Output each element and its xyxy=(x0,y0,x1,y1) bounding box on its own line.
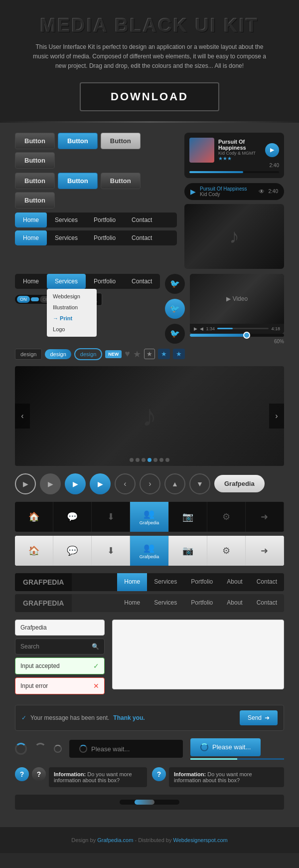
btn-dark-3[interactable]: Button xyxy=(15,173,55,189)
tab-camera-dark[interactable]: 📷 xyxy=(169,502,207,532)
slider-thumb[interactable] xyxy=(243,332,250,339)
twitter-btn-2[interactable]: 🐦 xyxy=(165,299,185,319)
tab-share-dark[interactable]: ➜ xyxy=(246,502,284,532)
loading-btn-blue[interactable]: Please wait... xyxy=(190,738,261,756)
tag-design-3[interactable]: design xyxy=(74,348,102,360)
prev-btn[interactable]: ‹ xyxy=(115,473,136,494)
form-input-accepted[interactable]: Input accepted ✓ xyxy=(15,657,105,674)
nav-contact-2[interactable]: Contact xyxy=(124,230,160,245)
dot-7[interactable] xyxy=(165,458,169,462)
slideshow-dots xyxy=(130,458,169,462)
form-input-search[interactable]: Search 🔍 xyxy=(15,639,105,654)
nav-home-2[interactable]: Home xyxy=(15,230,47,245)
star-icon-4[interactable]: ★ xyxy=(158,349,170,359)
star-icon-5[interactable]: ★ xyxy=(173,349,185,359)
nav-logo-contact-1[interactable]: Contact xyxy=(250,573,284,591)
nav-contact-1[interactable]: Contact xyxy=(124,213,160,227)
nav-services-3[interactable]: Services Webdesign Illustration → Print … xyxy=(47,274,86,289)
video-play-btn[interactable]: ▶ xyxy=(194,326,197,331)
dot-3[interactable] xyxy=(142,458,146,462)
nav-contact-3[interactable]: Contact xyxy=(124,274,160,289)
footer-distributor-link[interactable]: Webdesignerspot.com xyxy=(173,837,227,843)
form-input-error[interactable]: Input error ✕ xyxy=(15,677,105,694)
nav-logo-services-2[interactable]: Services xyxy=(147,594,184,612)
tab-settings-light[interactable]: ⚙ xyxy=(207,536,246,566)
dot-6[interactable] xyxy=(159,458,163,462)
download-button[interactable]: DOWNLOAD xyxy=(80,82,219,111)
btn-light-1[interactable]: Button xyxy=(101,133,141,149)
play-btn-blue-2[interactable]: ▶ xyxy=(90,473,111,494)
dropdown-logo[interactable]: Logo xyxy=(47,324,97,335)
next-btn[interactable]: › xyxy=(140,473,160,494)
tab-grafpedia-dark[interactable]: 👥 Grafpedia xyxy=(130,502,168,532)
slideshow-prev-button[interactable]: ‹ xyxy=(15,404,30,429)
mini-play-button[interactable]: ▶ xyxy=(190,188,196,196)
scrollbar-track[interactable] xyxy=(120,800,179,805)
nav-logo-home-1[interactable]: Home xyxy=(117,573,147,591)
tab-share-light[interactable]: ➜ xyxy=(246,536,284,566)
nav-logo-about-1[interactable]: About xyxy=(220,573,249,591)
dot-2[interactable] xyxy=(136,458,140,462)
twitter-btn-3[interactable]: 🐦 xyxy=(165,324,185,344)
loading-btn-dark[interactable]: Please wait... xyxy=(69,740,183,758)
dot-1[interactable] xyxy=(130,458,134,462)
dropdown-webdesign[interactable]: Webdesign xyxy=(47,291,97,302)
nav-services-2[interactable]: Services xyxy=(47,230,86,245)
slider-track[interactable] xyxy=(190,334,284,337)
tab-chat-light[interactable]: 💬 xyxy=(53,536,92,566)
grafpedia-button[interactable]: Grafpedia xyxy=(214,475,265,492)
tab-settings-dark[interactable]: ⚙ xyxy=(207,502,246,532)
up-btn[interactable]: ▲ xyxy=(164,473,185,494)
play-btn-outline-1[interactable]: ▶ xyxy=(15,473,36,494)
nav-home-1[interactable]: Home xyxy=(15,213,47,227)
tab-camera-light[interactable]: 📷 xyxy=(169,536,207,566)
player-progress-bar[interactable] xyxy=(189,171,279,173)
btn-dark-2[interactable]: Button xyxy=(15,152,55,169)
tag-design-2[interactable]: design xyxy=(45,349,71,359)
tab-download-light[interactable]: ⬇ xyxy=(92,536,130,566)
video-progress-bar[interactable] xyxy=(217,328,269,329)
btn-blue-1[interactable]: Button xyxy=(58,133,98,149)
twitter-btn-1[interactable]: 🐦 xyxy=(165,274,185,294)
nav-logo-portfolio-1[interactable]: Portfolio xyxy=(184,573,220,591)
play-btn-blue-1[interactable]: ▶ xyxy=(65,473,86,494)
btn-dark-4[interactable]: Button xyxy=(101,173,141,189)
dropdown-illustration[interactable]: Illustration xyxy=(47,302,97,313)
video-prev-btn[interactable]: ◀ xyxy=(200,326,203,331)
footer-brand-link[interactable]: Grafpedia.com xyxy=(97,837,133,843)
form-textarea[interactable] xyxy=(112,620,284,689)
tab-chat-dark[interactable]: 💬 xyxy=(53,502,92,532)
btn-blue-2[interactable]: Button xyxy=(58,173,98,189)
nav-portfolio-1[interactable]: Portfolio xyxy=(86,213,124,227)
nav-portfolio-2[interactable]: Portfolio xyxy=(86,230,124,245)
btn-dark-1[interactable]: Button xyxy=(15,133,55,149)
nav-logo-services-1[interactable]: Services xyxy=(147,573,184,591)
send-button[interactable]: Send ➜ xyxy=(240,710,278,725)
nav-logo-about-2[interactable]: About xyxy=(220,594,249,612)
scrollbar-thumb[interactable] xyxy=(135,800,154,805)
player-play-button[interactable]: ▶ xyxy=(265,143,279,157)
tag-design-1[interactable]: design xyxy=(15,349,42,360)
nav-portfolio-3[interactable]: Portfolio xyxy=(86,274,124,289)
dropdown-print[interactable]: → Print xyxy=(47,313,97,324)
dot-5[interactable] xyxy=(153,458,157,462)
dot-4[interactable] xyxy=(148,458,151,462)
tab-home-dark[interactable]: 🏠 xyxy=(15,502,53,532)
star-icon-3[interactable]: ★ xyxy=(144,349,155,359)
nav-home-3[interactable]: Home xyxy=(15,274,47,289)
down-btn[interactable]: ▼ xyxy=(189,473,210,494)
btn-dark-5[interactable]: Button xyxy=(15,192,55,209)
form-input-name[interactable]: Grafpedia xyxy=(15,620,105,636)
tab-download-dark[interactable]: ⬇ xyxy=(92,502,130,532)
nav-logo-home-2[interactable]: Home xyxy=(117,594,147,612)
tab-home-light[interactable]: 🏠 xyxy=(15,536,53,566)
nav-logo-contact-2[interactable]: Contact xyxy=(250,594,284,612)
star-icon-2[interactable]: ★ xyxy=(133,349,141,360)
tab-grafpedia-light[interactable]: 👥 Grafpedia xyxy=(130,536,168,566)
play-btn-dark-1[interactable]: ▶ xyxy=(40,473,61,494)
slideshow-next-button[interactable]: › xyxy=(269,404,284,429)
star-icon-1[interactable]: ♥ xyxy=(125,349,130,359)
nav-logo-portfolio-2[interactable]: Portfolio xyxy=(184,594,220,612)
toggle-on-label[interactable]: ON xyxy=(17,296,30,303)
nav-services-1[interactable]: Services xyxy=(47,213,86,227)
